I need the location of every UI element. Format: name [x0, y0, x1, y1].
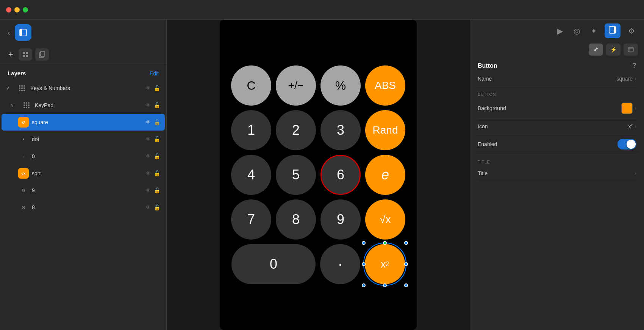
calc-row-1: C +/− % ABS	[227, 65, 409, 106]
layer-type-icon: ·	[18, 134, 29, 145]
layer-item-9[interactable]: 9 9 👁 🔓	[2, 182, 165, 199]
svg-rect-9	[614, 26, 616, 33]
btn-sqrt[interactable]: √x	[365, 199, 405, 240]
handle-bottom-left[interactable]	[362, 283, 366, 287]
handle-top-right[interactable]	[404, 241, 408, 245]
pin-tool-button[interactable]	[589, 44, 603, 56]
properties-area: Name square › BUTTON Background › Icon	[470, 71, 644, 330]
title-label: Title	[478, 170, 632, 176]
icon-chevron: ›	[635, 124, 636, 129]
layer-item-0[interactable]: ○ 0 👁 🔓	[2, 148, 165, 165]
svg-rect-10	[628, 47, 633, 52]
btn-1[interactable]: 1	[231, 110, 271, 150]
btn-rand[interactable]: Rand	[365, 110, 405, 150]
visibility-icon[interactable]: 👁	[145, 119, 151, 125]
btn-4[interactable]: 4	[231, 155, 271, 195]
section-title-text: Button	[478, 62, 497, 69]
lock-icon[interactable]: 🔓	[154, 204, 160, 210]
lock-icon[interactable]: 🔓	[154, 153, 160, 159]
btn-x2[interactable]: x2	[365, 244, 405, 284]
panel-toggle-button[interactable]	[15, 24, 31, 41]
layer-name: KeyPad	[35, 102, 142, 108]
icon-preview: x2	[628, 123, 633, 129]
layer-item-sqrt[interactable]: √x sqrt 👁 🔓	[2, 165, 165, 182]
btn-C[interactable]: C	[231, 65, 271, 106]
enabled-toggle[interactable]	[617, 139, 636, 149]
btn-3[interactable]: 3	[320, 110, 361, 150]
btn-dot[interactable]: ·	[320, 244, 360, 284]
title-chevron: ›	[635, 171, 636, 176]
visibility-icon[interactable]: 👁	[145, 153, 151, 159]
record-button[interactable]: ◎	[571, 25, 583, 37]
visibility-icon[interactable]: 👁	[145, 170, 151, 176]
traffic-lights	[6, 7, 28, 12]
btn-8[interactable]: 8	[276, 199, 316, 240]
btn-6[interactable]: 6	[320, 155, 361, 195]
layers-view-button[interactable]	[19, 48, 32, 61]
btn-ABS[interactable]: ABS	[365, 65, 405, 106]
btn-e[interactable]: e	[365, 155, 405, 195]
layer-item-dot[interactable]: · dot 👁 🔓	[2, 131, 165, 148]
svg-rect-4	[23, 55, 25, 57]
title-property-row[interactable]: Title ›	[476, 166, 638, 181]
device-frame: C +/− % ABS 1 2 3 Rand 4 5 6 e	[220, 20, 417, 330]
background-color-swatch[interactable]	[621, 103, 633, 114]
layer-actions: 👁 🔓	[145, 204, 160, 210]
layers-header: Layers Edit	[0, 64, 166, 79]
maximize-button[interactable]	[23, 7, 28, 12]
layer-type-icon: ○	[18, 151, 29, 162]
lock-icon[interactable]: 🔓	[154, 170, 160, 176]
btn-7[interactable]: 7	[231, 199, 271, 240]
svg-rect-3	[26, 52, 28, 54]
layer-item-keypad[interactable]: ∨ KeyPad 👁 🔓	[2, 97, 165, 114]
visibility-icon[interactable]: 👁	[145, 136, 151, 142]
layer-type-icon: x²	[18, 117, 29, 128]
layer-actions: 👁 🔓	[145, 187, 160, 193]
settings-button[interactable]: ⚙	[625, 25, 638, 37]
lock-icon[interactable]: 🔓	[154, 85, 160, 91]
layer-name: square	[32, 119, 142, 125]
lock-icon[interactable]: 🔓	[154, 187, 160, 193]
minimize-button[interactable]	[14, 7, 20, 12]
handle-bottom-right[interactable]	[404, 283, 408, 287]
btn-plus-minus[interactable]: +/−	[276, 65, 316, 106]
flash-tool-button[interactable]: ⚡	[606, 44, 621, 56]
icon-property-row[interactable]: Icon x2 ›	[476, 119, 638, 134]
table-tool-button[interactable]	[624, 44, 638, 56]
run-button[interactable]: ▶	[554, 25, 566, 37]
layer-item-keys-numbers[interactable]: ∨ Keys & Numbers 👁 🔓	[2, 80, 165, 97]
magic-button[interactable]: ✦	[588, 25, 600, 37]
btn-0[interactable]: 0	[231, 244, 316, 284]
visibility-icon[interactable]: 👁	[145, 102, 151, 108]
layers-list: ∨ Keys & Numbers 👁 🔓 ∨ KeyPad 👁	[0, 79, 166, 330]
lock-icon[interactable]: 🔓	[154, 102, 160, 108]
background-property-row[interactable]: Background ›	[476, 98, 638, 119]
layer-item-square[interactable]: x² square 👁 🔓	[2, 114, 165, 131]
btn-2[interactable]: 2	[276, 110, 316, 150]
lock-icon[interactable]: 🔓	[154, 119, 160, 125]
handle-top-left[interactable]	[362, 241, 366, 245]
edit-layers-button[interactable]: Edit	[150, 70, 159, 76]
copy-button[interactable]	[35, 48, 49, 61]
help-icon[interactable]: ?	[632, 62, 636, 70]
btn-9[interactable]: 9	[320, 199, 361, 240]
back-button[interactable]: ‹	[6, 27, 12, 39]
svg-rect-5	[26, 55, 28, 57]
layer-name: Keys & Numbers	[30, 85, 142, 91]
lock-icon[interactable]: 🔓	[154, 136, 160, 142]
add-layer-button[interactable]: +	[6, 50, 16, 59]
visibility-icon[interactable]: 👁	[145, 204, 151, 210]
visibility-icon[interactable]: 👁	[145, 187, 151, 193]
calculator-grid: C +/− % ABS 1 2 3 Rand 4 5 6 e	[220, 20, 417, 330]
layer-item-8[interactable]: 8 8 👁 🔓	[2, 199, 165, 216]
close-button[interactable]	[6, 7, 11, 12]
panel-view-button[interactable]	[605, 23, 621, 38]
name-property-row: Name square ›	[476, 71, 638, 87]
btn-percent[interactable]: %	[320, 65, 361, 106]
left-sidebar: ‹ +	[0, 20, 167, 330]
btn-x2-wrapper: x2	[365, 244, 405, 284]
btn-5[interactable]: 5	[276, 155, 316, 195]
expand-icon: ∨	[11, 103, 18, 108]
background-value-group: ›	[621, 103, 636, 114]
visibility-icon[interactable]: 👁	[145, 85, 151, 91]
